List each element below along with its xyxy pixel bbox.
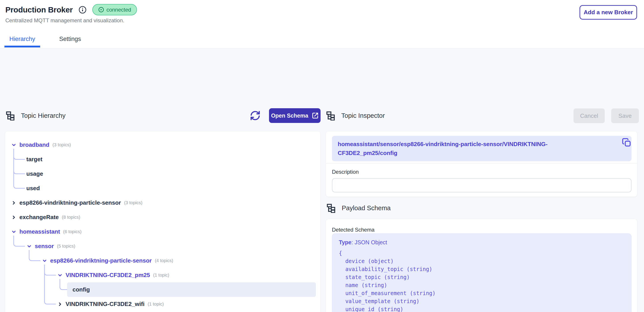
payload-schema-panel: Detected Schema Type: JSON Object { devi… bbox=[326, 219, 637, 312]
tree-item-label: config bbox=[72, 286, 90, 293]
chevron-down-icon[interactable] bbox=[11, 229, 17, 235]
status-badge-label: connected bbox=[106, 7, 131, 13]
refresh-button[interactable] bbox=[250, 110, 261, 121]
copy-button[interactable] bbox=[622, 138, 631, 147]
tree-item-exchangerate[interactable]: exchangeRate(8 topics) bbox=[5, 210, 316, 224]
topic-hierarchy-title: Topic Hierarchy bbox=[21, 112, 66, 119]
tree-item-count: (1 topic) bbox=[153, 273, 169, 278]
tree-item-label: VINDRIKTNING-CF3DE2_wifi bbox=[66, 301, 144, 308]
tree-structure-icon bbox=[326, 203, 336, 213]
chevron-down-icon[interactable] bbox=[11, 142, 17, 148]
tree-item-label: esp8266-vindriktning-particle-sensor bbox=[50, 257, 152, 264]
save-button[interactable]: Save bbox=[611, 109, 639, 123]
tree-item-count: (8 topics) bbox=[62, 215, 80, 220]
tree-item-label: homeassistant bbox=[20, 228, 60, 235]
tree-item-count: (1 topic) bbox=[148, 302, 164, 307]
tree-item-label: used bbox=[26, 185, 40, 192]
chevron-right-icon[interactable] bbox=[11, 200, 17, 206]
content-area: Topic Hierarchy Open Schema Topic Inspec… bbox=[0, 48, 644, 312]
schema-lines: { device (object) availability_topic (st… bbox=[339, 249, 624, 312]
schema-line: value_template (string) bbox=[339, 297, 624, 305]
tab-settings[interactable]: Settings bbox=[55, 34, 85, 47]
topic-hierarchy-header: Topic Hierarchy bbox=[5, 108, 66, 123]
tree-structure-icon bbox=[5, 111, 15, 121]
external-link-icon bbox=[312, 112, 318, 119]
tree-item-count: (3 topics) bbox=[124, 200, 142, 205]
tree-item-label: target bbox=[26, 156, 42, 163]
tree-item-count: (5 topics) bbox=[57, 244, 75, 249]
open-schema-button[interactable]: Open Schema bbox=[269, 108, 320, 123]
app-subtitle: Centralized MQTT management and visualiz… bbox=[5, 17, 124, 24]
schema-type-label: Type bbox=[339, 239, 352, 245]
tree-item-label: usage bbox=[26, 170, 43, 177]
schema-line: unique_id (string) bbox=[339, 305, 624, 312]
cancel-button[interactable]: Cancel bbox=[574, 109, 605, 123]
payload-schema-header: Payload Schema bbox=[326, 200, 390, 216]
detected-schema-label: Detected Schema bbox=[332, 227, 374, 233]
topic-inspector-panel: homeassistant/sensor/esp8266-vindriktnin… bbox=[326, 131, 637, 197]
tree-item-label: VINDRIKTNING-CF3DE2_pm25 bbox=[66, 272, 150, 279]
schema-line: device (object) bbox=[339, 257, 624, 265]
tree-item-count: (6 topics) bbox=[63, 229, 82, 234]
chevron-down-icon[interactable] bbox=[26, 243, 32, 249]
tree-item-sensor[interactable]: sensor(5 topics) bbox=[5, 239, 316, 253]
tab-hierarchy[interactable]: Hierarchy bbox=[5, 34, 39, 47]
app-header: Production Broker connected Centralized … bbox=[0, 0, 644, 48]
schema-type-value: JSON Object bbox=[354, 239, 387, 245]
tree-item-homeassistant[interactable]: homeassistant(6 topics) bbox=[5, 224, 316, 239]
topic-inspector-header: Topic Inspector bbox=[326, 108, 385, 123]
open-schema-label: Open Schema bbox=[271, 113, 308, 119]
tab-bar: Hierarchy Settings bbox=[5, 34, 85, 47]
detected-schema-box: Type: JSON Object { device (object) avai… bbox=[332, 233, 632, 312]
description-input[interactable] bbox=[332, 178, 632, 192]
schema-line: { bbox=[339, 249, 624, 257]
topic-tree: broadband(3 topics)targetusageusedesp826… bbox=[5, 138, 316, 312]
chevron-right-icon[interactable] bbox=[11, 214, 17, 220]
schema-line: availability_topic (string) bbox=[339, 265, 624, 273]
tree-item-usage[interactable]: usage bbox=[5, 166, 316, 181]
schema-type-line: Type: JSON Object bbox=[339, 239, 624, 246]
tree-item-label: esp8266-vindriktning-particle-sensor bbox=[20, 199, 121, 206]
topic-path: homeassistant/sensor/esp8266-vindriktnin… bbox=[332, 136, 632, 161]
info-icon[interactable] bbox=[78, 6, 86, 14]
tree-item-count: (4 topics) bbox=[155, 258, 173, 263]
chevron-down-icon[interactable] bbox=[42, 258, 48, 264]
topic-hierarchy-panel: broadband(3 topics)targetusageusedesp826… bbox=[5, 131, 320, 312]
topic-path-text: homeassistant/sensor/esp8266-vindriktnin… bbox=[338, 140, 607, 157]
tree-item-broadband[interactable]: broadband(3 topics) bbox=[5, 138, 316, 152]
divider bbox=[326, 163, 637, 163]
tree-item-label: exchangeRate bbox=[20, 214, 59, 221]
tree-item-esp8266-vindriktning-particle-sensor[interactable]: esp8266-vindriktning-particle-sensor(4 t… bbox=[5, 253, 316, 268]
tree-item-label: broadband bbox=[20, 142, 49, 148]
tree-structure-icon bbox=[326, 111, 336, 121]
schema-line: unit_of_measurement (string) bbox=[339, 289, 624, 297]
tree-item-config[interactable]: config bbox=[67, 282, 316, 297]
status-badge: connected bbox=[92, 4, 137, 15]
schema-line: name (string) bbox=[339, 281, 624, 289]
tree-item-used[interactable]: used bbox=[5, 181, 316, 195]
tree-item-vindriktning-cf3de2-pm25[interactable]: VINDRIKTNING-CF3DE2_pm25(1 topic) bbox=[5, 268, 316, 282]
topic-inspector-title: Topic Inspector bbox=[341, 112, 385, 119]
add-broker-button[interactable]: Add a new Broker bbox=[580, 5, 637, 20]
schema-line: state_topic (string) bbox=[339, 273, 624, 281]
payload-schema-title: Payload Schema bbox=[342, 204, 390, 212]
tree-item-target[interactable]: target bbox=[5, 152, 316, 166]
tree-item-label: sensor bbox=[35, 243, 54, 250]
description-label: Description bbox=[332, 169, 359, 175]
refresh-icon bbox=[250, 111, 260, 121]
page-title: Production Broker bbox=[5, 5, 73, 14]
tree-item-vindriktning-cf3de2-wifi[interactable]: VINDRIKTNING-CF3DE2_wifi(1 topic) bbox=[5, 297, 316, 311]
chevron-right-icon[interactable] bbox=[57, 301, 63, 307]
chevron-down-icon[interactable] bbox=[57, 272, 63, 278]
play-circle-icon bbox=[98, 7, 104, 13]
copy-icon bbox=[622, 138, 631, 147]
tree-item-count: (3 topics) bbox=[52, 142, 71, 148]
tree-item-esp8266-vindriktning-particle-sensor[interactable]: esp8266-vindriktning-particle-sensor(3 t… bbox=[5, 195, 316, 210]
